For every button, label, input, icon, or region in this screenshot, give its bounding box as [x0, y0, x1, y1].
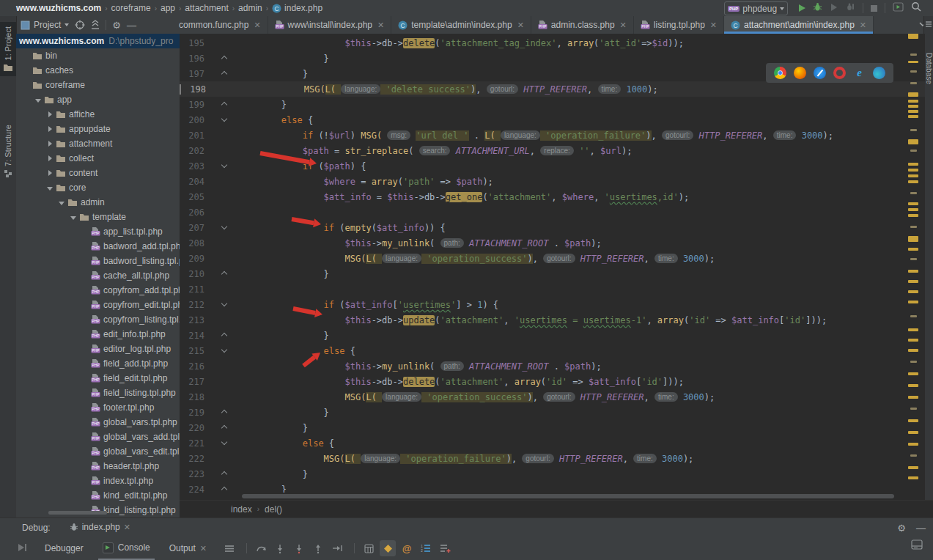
tree-row[interactable]: PHPbadword_add.tpl.php [16, 239, 180, 254]
editor-tab[interactable]: Ctemplate\admin\index.php✕ [391, 16, 531, 34]
fold-toggle-icon[interactable] [221, 471, 227, 477]
fold-toggle-icon[interactable] [221, 162, 227, 168]
tree-row[interactable]: PHPcopyfrom_add.tpl.php [16, 283, 180, 298]
opera-browser-icon[interactable] [833, 67, 846, 79]
breadcrumb-item[interactable]: attachment [185, 3, 228, 13]
firefox-browser-icon[interactable] [794, 67, 806, 79]
warning-stripe-mark[interactable] [908, 174, 918, 177]
menu-button[interactable] [221, 540, 237, 556]
tree-horizontal-scrollbar[interactable] [48, 511, 107, 515]
tree-row[interactable]: PHPcopyfrom_edit.tpl.php [16, 298, 180, 312]
line-number[interactable]: 198 [180, 84, 207, 95]
line-number[interactable]: 204 [180, 177, 206, 187]
warning-stripe-mark[interactable] [910, 454, 917, 457]
search-button[interactable] [911, 1, 921, 15]
line-number[interactable]: 216 [180, 361, 206, 372]
line-number[interactable]: 207 [180, 223, 206, 233]
warning-stripe-mark[interactable] [908, 236, 918, 242]
warning-stripe-mark[interactable] [908, 214, 918, 217]
warning-stripe-mark[interactable] [908, 169, 918, 172]
warning-stripe-mark[interactable] [910, 82, 917, 84]
warning-stripe-mark[interactable] [908, 61, 918, 63]
tree-collapse-arrow[interactable] [44, 153, 56, 163]
warning-stripe-mark[interactable] [908, 431, 918, 434]
warning-stripe-mark[interactable] [908, 270, 918, 273]
warning-stripe-mark[interactable] [910, 192, 917, 194]
tree-row[interactable]: bin [16, 48, 180, 63]
tree-collapse-arrow[interactable] [44, 139, 56, 149]
line-number[interactable]: 211 [180, 284, 206, 295]
tool-stripe-button-project[interactable]: 1: Project [0, 22, 16, 76]
hide-panel-icon[interactable]: — [127, 21, 136, 30]
line-number[interactable]: 219 [180, 408, 206, 418]
line-number[interactable]: 210 [180, 269, 206, 279]
safari-browser-icon[interactable] [814, 67, 826, 79]
editor-tab[interactable]: PHPadmin.class.php✕ [531, 16, 634, 34]
tree-expand-arrow[interactable] [32, 95, 44, 105]
line-number[interactable]: 220 [180, 423, 206, 433]
debug-button[interactable] [813, 1, 822, 15]
tree-collapse-arrow[interactable] [44, 109, 56, 119]
warning-stripe-mark[interactable] [908, 202, 918, 205]
breadcrumb-item[interactable]: app [161, 3, 175, 13]
cell-run-button[interactable] [893, 1, 904, 15]
close-icon[interactable]: ✕ [377, 21, 384, 30]
warning-stripe-mark[interactable] [910, 315, 917, 317]
warning-stripe-mark[interactable] [908, 372, 918, 375]
warning-stripe-mark[interactable] [910, 408, 917, 410]
editor-horizontal-scrollbar[interactable] [180, 493, 925, 500]
close-icon[interactable]: ✕ [200, 544, 207, 553]
warning-stripe-mark[interactable] [910, 70, 917, 73]
tree-row[interactable]: caches [16, 63, 180, 78]
stop-button[interactable] [871, 1, 877, 15]
line-number[interactable]: 208 [180, 238, 206, 248]
fold-toggle-icon[interactable] [221, 333, 227, 339]
close-icon[interactable]: ✕ [517, 21, 524, 30]
editor-breadcrumb-item[interactable]: del() [265, 504, 282, 515]
gear-icon[interactable]: ⚙ [112, 21, 121, 30]
coverage-button[interactable] [830, 1, 838, 15]
warning-stripe-mark[interactable] [908, 105, 918, 108]
breadcrumb[interactable]: www.wuzhicms.com›coreframe›app›attachmen… [16, 3, 322, 13]
warning-stripe-mark[interactable] [908, 34, 918, 39]
line-number[interactable]: 205 [180, 192, 206, 202]
line-number[interactable]: 201 [180, 130, 206, 141]
fold-toggle-icon[interactable] [221, 71, 227, 77]
tree-row[interactable]: PHPfooter.tpl.php [16, 400, 180, 415]
tree-row[interactable]: PHPfield_add.tpl.php [16, 356, 180, 371]
line-number[interactable]: 224 [180, 485, 206, 493]
tree-row[interactable]: PHPglobal_vars_edit.tpl.php [16, 444, 180, 459]
line-number[interactable]: 223 [180, 469, 206, 479]
tree-row[interactable]: affiche [16, 107, 180, 122]
warning-stripe-mark[interactable] [908, 443, 918, 446]
warning-stripe-mark[interactable] [908, 163, 918, 166]
run-to-cursor-button[interactable] [329, 540, 345, 556]
tree-row[interactable]: PHPglobal_vars_add.tpl.php [16, 430, 180, 444]
tree-row[interactable]: PHPfield_edit.tpl.php [16, 371, 180, 386]
line-number[interactable]: 202 [180, 146, 206, 156]
tree-collapse-arrow[interactable] [44, 168, 56, 178]
fold-toggle-icon[interactable] [221, 439, 227, 445]
tree-row[interactable]: core [16, 180, 180, 195]
warning-stripe-mark[interactable] [910, 226, 917, 228]
breadcrumb-item[interactable]: www.wuzhicms.com [16, 3, 101, 13]
hide-panel-icon[interactable]: — [916, 523, 926, 533]
tree-row[interactable]: collect [16, 151, 180, 166]
tree-row[interactable]: attachment [16, 136, 180, 151]
warning-stripe-mark[interactable] [908, 290, 918, 293]
close-icon[interactable]: ✕ [620, 21, 627, 30]
warning-stripe-mark[interactable] [908, 476, 918, 479]
warning-stripe-mark[interactable] [910, 150, 917, 152]
stripe-menu-icon[interactable] [925, 21, 932, 28]
tree-row[interactable]: template [16, 210, 180, 224]
project-tree-panel[interactable]: www.wuzhicms.comD:\phpstudy_probincaches… [16, 34, 180, 517]
tree-row[interactable]: PHPbadword_listing.tpl.php [16, 254, 180, 268]
tree-row[interactable]: content [16, 166, 180, 180]
ie-browser-icon[interactable]: e [853, 67, 866, 79]
warning-stripe-mark[interactable] [908, 301, 918, 303]
close-icon[interactable]: ✕ [710, 21, 717, 30]
warning-stripe-mark[interactable] [908, 349, 918, 352]
numbered-list-button[interactable]: 12 [418, 540, 434, 556]
debug-tab-output[interactable]: Output✕ [165, 537, 211, 560]
line-number[interactable]: 218 [180, 392, 206, 402]
